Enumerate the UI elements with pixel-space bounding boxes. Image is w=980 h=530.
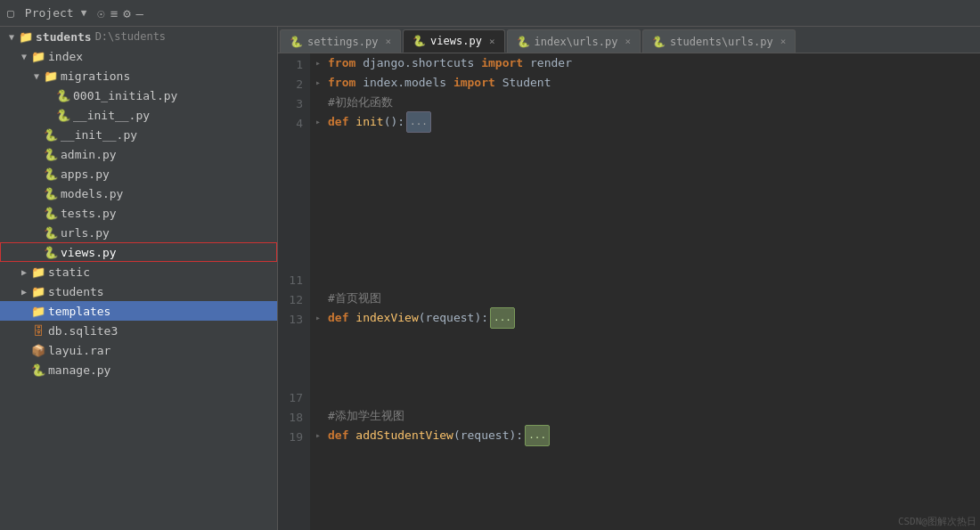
arrow-index: ▼	[18, 52, 30, 61]
db-icon: 🗄	[30, 324, 46, 338]
sidebar-item-urls-index[interactable]: 🐍 urls.py	[0, 223, 277, 242]
tab-index-urls-close[interactable]: ×	[625, 36, 631, 47]
line-numbers: 1 2 3 4 11 12 13 17 18 19	[278, 53, 310, 530]
code-line-11	[315, 269, 980, 289]
sidebar-item-templates[interactable]: 📁 templates	[0, 301, 277, 321]
templates-name: templates	[48, 305, 110, 318]
static-name: static	[48, 265, 90, 279]
0001-name: 0001_initial.py	[73, 89, 177, 102]
watermark: CSDN@图解次热日	[898, 515, 976, 528]
main-layout: ▼ 📁 students D:\students ▼ 📁 index ▼ 📁 m…	[0, 27, 980, 530]
folder-icon-index: 📁	[30, 50, 46, 63]
py-icon-init-mig: 🐍	[55, 109, 71, 122]
py-icon-admin: 🐍	[43, 148, 59, 161]
tab-bar: 🐍 settings.py × 🐍 views.py × 🐍 index\url…	[278, 27, 980, 53]
sidebar-item-manage[interactable]: 🐍 manage.py	[0, 360, 277, 379]
project-label[interactable]: Project	[25, 6, 74, 20]
py-icon-init-index: 🐍	[43, 128, 59, 142]
dropdown-arrow[interactable]: ▼	[81, 7, 87, 19]
sidebar-item-layui-rar[interactable]: 📦 layui.rar	[0, 340, 277, 360]
folder-icon-students-dir: 📁	[30, 285, 46, 298]
folded-indicator-13[interactable]: ...	[490, 307, 515, 329]
py-icon-apps: 🐍	[43, 167, 59, 181]
title-bar: ▢ Project ▼ ☉ ≡ ⚙ —	[0, 0, 980, 27]
fold-2[interactable]: ▸	[315, 73, 328, 93]
urls-index-name: urls.py	[61, 226, 110, 240]
code-line-1: ▸ from django.shortcuts import render	[315, 53, 980, 73]
manage-name: manage.py	[48, 363, 110, 377]
tab-settings[interactable]: 🐍 settings.py ×	[280, 29, 401, 53]
globe-icon[interactable]: ☉	[97, 6, 104, 20]
apps-name: apps.py	[61, 167, 110, 181]
fold-1[interactable]: ▸	[315, 53, 328, 73]
students-dir-name: students	[48, 285, 104, 298]
sidebar-item-students-root[interactable]: ▼ 📁 students D:\students	[0, 27, 277, 46]
fold-4[interactable]: ▸	[315, 112, 328, 132]
gear-icon[interactable]: ⚙	[123, 6, 130, 20]
arrow-migrations: ▼	[30, 71, 43, 81]
index-name: index	[48, 50, 83, 63]
models-name: models.py	[61, 187, 123, 200]
folded-indicator-19[interactable]: ...	[525, 425, 550, 446]
folder-icon-templates: 📁	[30, 305, 46, 318]
tab-index-urls-label: index\urls.py	[535, 36, 618, 48]
py-icon-views: 🐍	[43, 246, 59, 259]
init-index-name: __init__.py	[61, 128, 137, 142]
list-icon[interactable]: ≡	[110, 6, 118, 20]
fold-13[interactable]: ▸	[315, 308, 328, 328]
code-line-18: #添加学生视图	[315, 406, 980, 426]
sidebar-item-migrations[interactable]: ▼ 📁 migrations	[0, 66, 277, 86]
arrow-students: ▼	[5, 32, 18, 42]
empty-lines-14-16	[315, 328, 980, 387]
code-line-17	[315, 387, 980, 406]
migrations-name: migrations	[61, 69, 130, 83]
tests-name: tests.py	[61, 207, 117, 220]
arrow-students-dir: ▶	[18, 287, 30, 297]
sidebar-item-init-index[interactable]: 🐍 __init__.py	[0, 125, 277, 144]
folder-icon-students: 📁	[18, 30, 34, 44]
fold-19[interactable]: ▸	[315, 426, 328, 445]
views-name: views.py	[61, 246, 117, 259]
sidebar: ▼ 📁 students D:\students ▼ 📁 index ▼ 📁 m…	[0, 27, 278, 530]
editor-content: 1 2 3 4 11 12 13 17 18 19	[278, 53, 980, 530]
fold-3	[315, 93, 328, 112]
code-content: ▸ from django.shortcuts import render ▸ …	[310, 53, 980, 530]
py-icon-models: 🐍	[43, 187, 59, 200]
code-line-2: ▸ from index.models import Student	[315, 73, 980, 93]
minimize-icon[interactable]: —	[136, 6, 143, 20]
code-line-3: #初始化函数	[315, 93, 980, 112]
tab-views-label: views.py	[430, 35, 482, 47]
tab-settings-close[interactable]: ×	[385, 36, 391, 47]
title-bar-left: ▢ Project ▼ ☉ ≡ ⚙ —	[7, 6, 143, 20]
sidebar-item-admin[interactable]: 🐍 admin.py	[0, 144, 277, 164]
tab-students-urls[interactable]: 🐍 students\urls.py ×	[642, 29, 796, 53]
sidebar-item-0001-initial[interactable]: 🐍 0001_initial.py	[0, 86, 277, 105]
tab-settings-label: settings.py	[307, 36, 378, 48]
code-line-19: ▸ def addStudentView (request): ...	[315, 426, 980, 445]
layui-name: layui.rar	[48, 344, 110, 357]
tab-views-close[interactable]: ×	[489, 36, 495, 47]
code-line-13: ▸ def indexView (request): ...	[315, 308, 980, 328]
sidebar-item-models[interactable]: 🐍 models.py	[0, 183, 277, 203]
title-bar-icons: ☉ ≡ ⚙ —	[97, 6, 143, 20]
py-icon-urls-index: 🐍	[43, 226, 59, 240]
py-icon-manage: 🐍	[30, 363, 46, 377]
students-root-name: students	[36, 30, 92, 44]
sidebar-item-db-sqlite3[interactable]: 🗄 db.sqlite3	[0, 321, 277, 340]
sidebar-item-init-mig[interactable]: 🐍 __init__.py	[0, 105, 277, 125]
admin-name: admin.py	[61, 148, 117, 161]
db-name: db.sqlite3	[48, 324, 118, 338]
sidebar-item-apps[interactable]: 🐍 apps.py	[0, 164, 277, 183]
folded-indicator-4[interactable]: ...	[406, 111, 431, 133]
sidebar-item-students-dir[interactable]: ▶ 📁 students	[0, 281, 277, 301]
tab-views[interactable]: 🐍 views.py ×	[403, 29, 504, 53]
tab-students-urls-label: students\urls.py	[670, 36, 773, 48]
sidebar-item-tests[interactable]: 🐍 tests.py	[0, 203, 277, 223]
tab-index-urls[interactable]: 🐍 index\urls.py ×	[507, 29, 641, 53]
sidebar-item-views[interactable]: 🐍 views.py	[0, 242, 277, 262]
sidebar-item-static[interactable]: ▶ 📁 static	[0, 262, 277, 281]
sidebar-item-index[interactable]: ▼ 📁 index	[0, 46, 277, 66]
py-tab-icon-index-urls: 🐍	[517, 36, 530, 48]
tab-students-urls-close[interactable]: ×	[780, 36, 787, 47]
empty-lines-5-10	[315, 132, 980, 269]
